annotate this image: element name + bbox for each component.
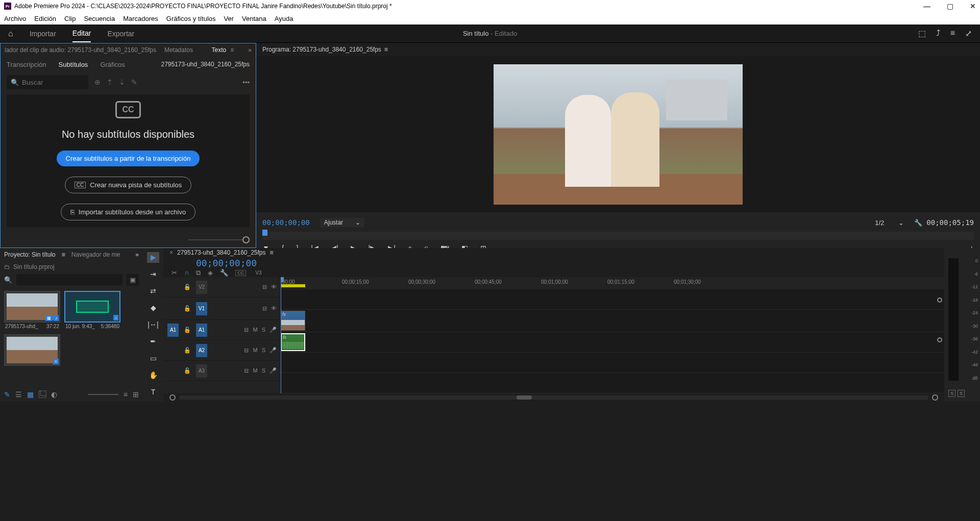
settings-icon[interactable]: 🔧	[220, 269, 228, 277]
sync-lock-icon[interactable]: ⊟	[262, 284, 267, 290]
hand-tool-icon[interactable]: ✋	[147, 369, 159, 380]
project-search-input[interactable]	[16, 274, 122, 285]
timeline-timecode[interactable]: 00;00;00;00	[196, 258, 257, 268]
new-bin-camera-icon[interactable]: ▣	[127, 274, 139, 286]
list-view-icon[interactable]: ☰	[15, 390, 22, 399]
track-header-a2[interactable]: 🔓 A2 ⊟MS🎤	[163, 340, 281, 361]
tab-project[interactable]: Proyecto: Sin título	[4, 251, 56, 258]
voiceover-icon[interactable]: 🎤	[270, 347, 277, 354]
split-up-icon[interactable]: ⇡	[107, 78, 113, 86]
program-title[interactable]: Programa: 2795173-uhd_3840_2160_25fps	[262, 46, 381, 53]
vertical-zoom-bottom[interactable]	[937, 337, 942, 342]
track-header-a1[interactable]: A1 🔓 A1 ⊟MS🎤	[163, 320, 281, 340]
workspace-menu-icon[interactable]: ≡	[950, 29, 955, 38]
rectangle-tool-icon[interactable]: ▭	[147, 353, 159, 363]
search-box[interactable]: 🔍	[7, 75, 88, 89]
menu-ventana[interactable]: Ventana	[242, 15, 266, 22]
create-from-transcription-button[interactable]: Crear subtítulos a partir de la transcri…	[57, 151, 200, 166]
playhead-icon[interactable]	[262, 230, 267, 236]
slip-tool-icon[interactable]: |↔|	[147, 319, 159, 330]
solo-right-icon[interactable]: S	[958, 390, 965, 397]
lock-icon[interactable]: 🔓	[184, 367, 191, 374]
menu-archivo[interactable]: Archivo	[4, 15, 26, 22]
video-clip[interactable]: fx	[281, 311, 305, 331]
project-bins[interactable]: ▦♪ 2795173-uhd_37:22 ♪ 10 jun. 9:43_5:36…	[0, 287, 143, 388]
tab-subtitulos[interactable]: Subtítulos	[59, 61, 88, 68]
toggle-output-icon[interactable]: 👁	[271, 284, 277, 290]
menu-ayuda[interactable]: Ayuda	[275, 15, 293, 22]
playback-resolution-select[interactable]: 1/2⌄	[875, 219, 904, 227]
find-icon[interactable]: ⊞	[133, 390, 139, 399]
ripple-edit-tool-icon[interactable]: ⇄	[147, 286, 159, 296]
track-header-v1[interactable]: 🔓 V1 ⊟👁	[163, 297, 281, 320]
sync-lock-icon[interactable]: ⊟	[244, 327, 249, 333]
quick-export-icon[interactable]: ⬚	[918, 29, 926, 38]
zoom-in-handle[interactable]	[932, 394, 938, 401]
insert-mode-icon[interactable]: ✂	[172, 269, 177, 277]
share-icon[interactable]: ⤴	[936, 29, 940, 38]
timeline-playhead[interactable]	[281, 277, 281, 393]
program-timecode-current[interactable]: 00;00;00;00	[262, 218, 310, 227]
search-input[interactable]	[22, 79, 78, 86]
menu-ver[interactable]: Ver	[224, 15, 234, 22]
panel-tab-texto[interactable]: Texto	[212, 46, 227, 54]
caption-track-icon[interactable]: CC	[235, 270, 246, 276]
fullscreen-icon[interactable]: ⤢	[965, 29, 972, 38]
tab-transcripcion[interactable]: Transcripción	[7, 61, 46, 68]
zoom-slider[interactable]	[188, 236, 250, 243]
vertical-zoom-top[interactable]	[937, 297, 942, 303]
thumbnail-size-slider[interactable]	[88, 394, 118, 395]
menu-secuencia[interactable]: Secuencia	[84, 15, 115, 22]
split-down-icon[interactable]: ⇣	[119, 78, 125, 86]
close-icon[interactable]: ✕	[970, 2, 976, 10]
toggle-output-icon[interactable]: 👁	[271, 305, 277, 312]
lock-icon[interactable]: 🔓	[184, 305, 191, 312]
solo-icon[interactable]: S	[262, 367, 265, 374]
add-caption-icon[interactable]: ⊕	[94, 78, 101, 86]
mute-icon[interactable]: M	[253, 327, 257, 333]
panel-header-metadata[interactable]: Metadatos	[164, 46, 193, 54]
zoom-fit-select[interactable]: Ajustar⌄	[320, 218, 364, 227]
menu-graficos[interactable]: Gráficos y títulos	[166, 15, 216, 22]
sync-lock-icon[interactable]: ⊟	[244, 367, 249, 374]
voiceover-icon[interactable]: 🎤	[270, 367, 277, 374]
freeform-view-icon[interactable]: ⿺	[39, 390, 46, 399]
menu-marcadores[interactable]: Marcadores	[123, 15, 158, 22]
sync-lock-icon[interactable]: ⊟	[244, 347, 249, 354]
minimize-icon[interactable]: —	[923, 2, 930, 10]
menu-clip[interactable]: Clip	[64, 15, 76, 22]
program-menu-icon[interactable]: ≡	[384, 46, 388, 53]
audio-clip[interactable]: fx	[281, 333, 305, 351]
settings-icon[interactable]: 🔧	[914, 219, 922, 227]
more-options-icon[interactable]: •••	[242, 79, 250, 86]
timeline-sequence-name[interactable]: 2795173-uhd_3840_2160_25fps	[177, 249, 266, 256]
maximize-icon[interactable]: ▢	[947, 2, 953, 10]
automate-icon[interactable]: ≡	[124, 390, 128, 399]
time-ruler[interactable]: ;00;00 00;00;15;00 00;00;30;00 00;00;45;…	[281, 277, 944, 289]
solo-icon[interactable]: S	[262, 327, 265, 333]
panel-menu-icon[interactable]: ≡	[270, 249, 274, 256]
create-caption-track-button[interactable]: CC Crear nueva pista de subtítulos	[65, 177, 191, 193]
solo-icon[interactable]: S	[262, 347, 265, 354]
icon-view-icon[interactable]: ▦	[27, 390, 34, 399]
markers-icon[interactable]: ◈	[208, 269, 213, 277]
razor-tool-icon[interactable]: ◆	[147, 303, 159, 313]
edit-icon[interactable]: ✎	[131, 78, 137, 86]
tab-exportar[interactable]: Exportar	[107, 26, 134, 42]
pen-tool-icon[interactable]: ✎	[4, 390, 10, 399]
close-sequence-icon[interactable]: ×	[169, 249, 173, 256]
tab-editar[interactable]: Editar	[72, 25, 91, 42]
program-scrubber[interactable]	[262, 232, 974, 240]
home-icon[interactable]: ⌂	[8, 29, 13, 38]
linked-selection-icon[interactable]: ⧉	[196, 269, 201, 277]
horizontal-scrollbar[interactable]	[180, 395, 928, 400]
folder-icon[interactable]: 🗀	[4, 263, 10, 270]
tab-importar[interactable]: Importar	[30, 26, 56, 42]
menu-edicion[interactable]: Edición	[34, 15, 56, 22]
bin-item-audio[interactable]: ♪ 10 jun. 9:43_5:36480	[64, 291, 120, 330]
overflow-icon[interactable]: »	[135, 251, 139, 258]
mute-icon[interactable]: M	[253, 347, 257, 354]
voiceover-icon[interactable]: 🎤	[270, 327, 277, 333]
panel-overflow-icon[interactable]: »	[248, 46, 252, 54]
lock-icon[interactable]: 🔓	[184, 284, 191, 290]
